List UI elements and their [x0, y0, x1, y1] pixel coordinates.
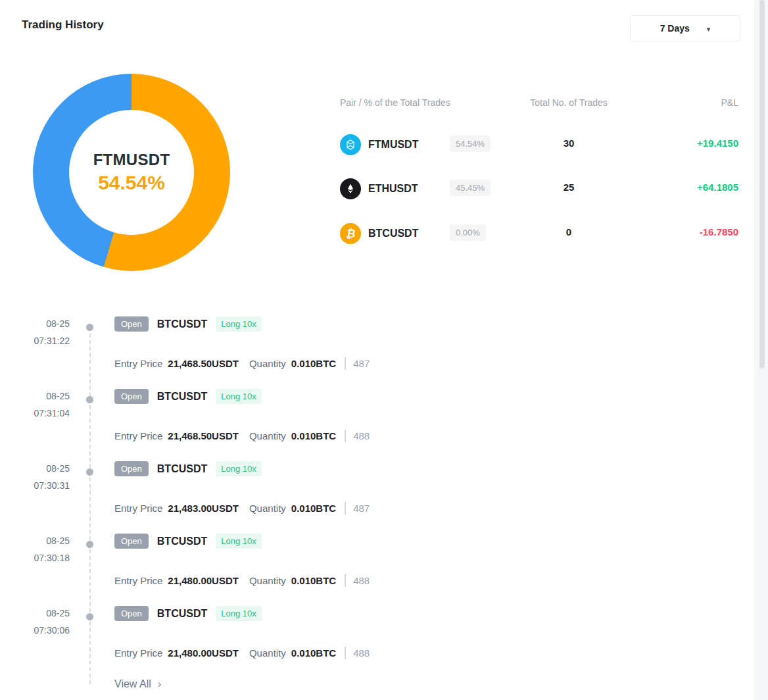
entry-price-label: Entry Price	[114, 503, 162, 514]
pair-label: ETHUSDT	[368, 183, 418, 195]
entry-price-value: 21,483.00USDT	[168, 503, 239, 514]
order-number: 487	[353, 358, 370, 369]
trade-count: 25	[503, 182, 635, 193]
scrollbar-track[interactable]	[754, 0, 768, 700]
pair-label: BTCUSDT	[368, 228, 418, 239]
quantity-label: Quantity	[249, 430, 286, 441]
ftm-icon	[340, 134, 361, 155]
view-all-label: View All	[114, 678, 151, 690]
side-leverage-badge: Long 10x	[216, 316, 262, 332]
pair-cell: ₿ BTCUSDT	[340, 222, 418, 245]
quantity-label: Quantity	[249, 575, 286, 586]
donut-chart: FTMUSDT 54.54%	[33, 74, 230, 271]
trade-entry[interactable]: 08-25 07:31:22 Open BTCUSDT Long 10x Ent…	[0, 316, 750, 389]
entry-time: 07:30:18	[12, 553, 70, 563]
pair-cell: ETHUSDT	[340, 177, 418, 201]
timeline-dot-icon	[86, 613, 93, 620]
status-badge: Open	[114, 461, 149, 476]
scrollbar-thumb[interactable]	[759, 0, 765, 368]
percent-badge: 45.45%	[450, 180, 491, 196]
entry-price-value: 21,468.50USDT	[168, 358, 239, 369]
status-badge: Open	[114, 534, 149, 549]
entry-price-label: Entry Price	[114, 358, 162, 369]
entry-timestamp: 08-25 07:30:31	[12, 463, 70, 491]
side-leverage-badge: Long 10x	[216, 534, 262, 549]
donut-center-percent: 54.54%	[98, 172, 165, 194]
quantity-value: 0.010BTC	[291, 503, 336, 514]
trade-entry[interactable]: 08-25 07:30:31 Open BTCUSDT Long 10x Ent…	[0, 461, 750, 534]
divider	[345, 430, 346, 442]
trade-entry[interactable]: 08-25 07:30:06 Open BTCUSDT Long 10x Ent…	[0, 606, 750, 678]
divider	[345, 357, 346, 370]
divider	[345, 502, 346, 514]
chevron-down-icon: ▾	[707, 25, 711, 34]
eth-icon	[340, 178, 361, 199]
pnl-value: -16.7850	[640, 226, 738, 238]
percent-badge: 0.00%	[450, 224, 486, 241]
status-badge: Open	[114, 389, 149, 404]
order-number: 488	[353, 430, 370, 441]
quantity-label: Quantity	[249, 358, 286, 369]
entry-pair: BTCUSDT	[157, 608, 207, 620]
quantity-value: 0.010BTC	[291, 358, 336, 369]
col-header-pair: Pair / % of the Total Trades	[340, 97, 450, 108]
trade-entry[interactable]: 08-25 07:30:18 Open BTCUSDT Long 10x Ent…	[0, 534, 750, 606]
timeline-dot-icon	[86, 468, 93, 476]
entry-price-value: 21,468.50USDT	[168, 430, 239, 441]
entry-date: 08-25	[12, 536, 70, 546]
entry-time: 07:30:31	[12, 480, 70, 491]
entry-date: 08-25	[12, 463, 70, 474]
table-row[interactable]: ₿ BTCUSDT 0.00% 0 -16.7850	[340, 222, 738, 245]
donut-center: FTMUSDT 54.54%	[69, 110, 194, 235]
entry-pair: BTCUSDT	[157, 463, 207, 475]
btc-icon: ₿	[340, 223, 361, 244]
quantity-value: 0.010BTC	[291, 647, 336, 659]
entry-date: 08-25	[12, 608, 70, 618]
entry-price-label: Entry Price	[114, 575, 162, 586]
entry-pair: BTCUSDT	[157, 391, 207, 403]
timeline-dot-icon	[86, 396, 93, 403]
order-number: 487	[353, 503, 370, 514]
table-row[interactable]: ETHUSDT 45.45% 25 +64.1805	[340, 177, 738, 201]
side-leverage-badge: Long 10x	[216, 461, 262, 476]
entry-time: 07:31:22	[12, 336, 70, 346]
quantity-value: 0.010BTC	[291, 430, 336, 441]
entry-price-value: 21,480.00USDT	[168, 575, 239, 586]
entry-timestamp: 08-25 07:30:18	[12, 536, 70, 563]
order-number: 488	[353, 575, 370, 586]
view-all-link[interactable]: View All ›	[114, 678, 161, 691]
chevron-right-icon: ›	[158, 678, 162, 691]
quantity-label: Quantity	[249, 647, 286, 659]
entry-date: 08-25	[12, 391, 70, 401]
entry-price-value: 21,480.00USDT	[168, 647, 239, 659]
entry-price-label: Entry Price	[114, 430, 162, 441]
entry-pair: BTCUSDT	[157, 536, 207, 547]
percent-badge: 54.54%	[450, 136, 491, 152]
timeline-dot-icon	[86, 541, 93, 548]
entry-timestamp: 08-25 07:31:22	[12, 318, 70, 346]
period-dropdown[interactable]: 7 Days ▾	[630, 15, 740, 41]
quantity-label: Quantity	[249, 503, 286, 514]
pair-label: FTMUSDT	[368, 139, 418, 151]
col-header-trades: Total No. of Trades	[503, 97, 635, 108]
pair-cell: FTMUSDT	[340, 133, 418, 157]
order-number: 488	[353, 647, 370, 659]
trade-count: 0	[503, 226, 635, 238]
trade-entry[interactable]: 08-25 07:31:04 Open BTCUSDT Long 10x Ent…	[0, 389, 750, 461]
pnl-value: +64.1805	[640, 182, 738, 193]
entry-date: 08-25	[12, 318, 70, 329]
col-header-pnl: P&L	[640, 97, 738, 108]
status-badge: Open	[114, 316, 149, 332]
page-title: Trading History	[22, 18, 104, 32]
table-row[interactable]: FTMUSDT 54.54% 30 +19.4150	[340, 133, 738, 157]
entry-time: 07:30:06	[12, 625, 70, 636]
side-leverage-badge: Long 10x	[216, 389, 262, 404]
pnl-value: +19.4150	[640, 138, 738, 149]
timeline-dot-icon	[86, 324, 93, 331]
entry-price-label: Entry Price	[114, 647, 162, 659]
trading-history-panel: Trading History 7 Days ▾ FTMUSDT 54.54% …	[0, 0, 768, 700]
status-badge: Open	[114, 606, 149, 621]
entry-time: 07:31:04	[12, 408, 70, 418]
entry-timestamp: 08-25 07:30:06	[12, 608, 70, 636]
side-leverage-badge: Long 10x	[216, 606, 262, 621]
